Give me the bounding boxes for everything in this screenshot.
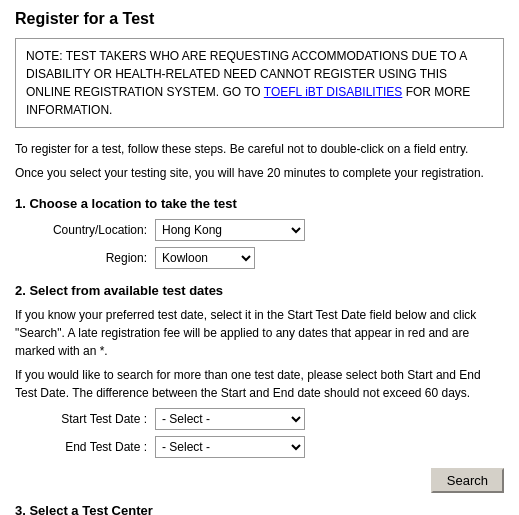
- search-btn-row: Search: [15, 468, 504, 493]
- end-date-select[interactable]: - Select -: [155, 436, 305, 458]
- country-select[interactable]: Hong Kong: [155, 219, 305, 241]
- country-row: Country/Location: Hong Kong: [15, 219, 504, 241]
- section2-desc1: If you know your preferred test date, se…: [15, 306, 504, 360]
- intro-line2: Once you select your testing site, you w…: [15, 164, 504, 182]
- search-button[interactable]: Search: [431, 468, 504, 493]
- start-date-select[interactable]: - Select -: [155, 408, 305, 430]
- intro-line1: To register for a test, follow these ste…: [15, 140, 504, 158]
- page-title: Register for a Test: [15, 10, 504, 28]
- end-date-row: End Test Date : - Select -: [15, 436, 504, 458]
- disabilities-link[interactable]: TOEFL iBT DISABILITIES: [264, 85, 403, 99]
- region-label: Region:: [15, 251, 155, 265]
- country-label: Country/Location:: [15, 223, 155, 237]
- region-select[interactable]: Kowloon: [155, 247, 255, 269]
- notice-box: NOTE: TEST TAKERS WHO ARE REQUESTING ACC…: [15, 38, 504, 128]
- section3-title: 3. Select a Test Center: [15, 503, 504, 515]
- start-date-row: Start Test Date : - Select -: [15, 408, 504, 430]
- section1-title: 1. Choose a location to take the test: [15, 196, 504, 211]
- region-row: Region: Kowloon: [15, 247, 504, 269]
- start-date-label: Start Test Date :: [15, 412, 155, 426]
- section2-title: 2. Select from available test dates: [15, 283, 504, 298]
- end-date-label: End Test Date :: [15, 440, 155, 454]
- section2-desc2: If you would like to search for more tha…: [15, 366, 504, 402]
